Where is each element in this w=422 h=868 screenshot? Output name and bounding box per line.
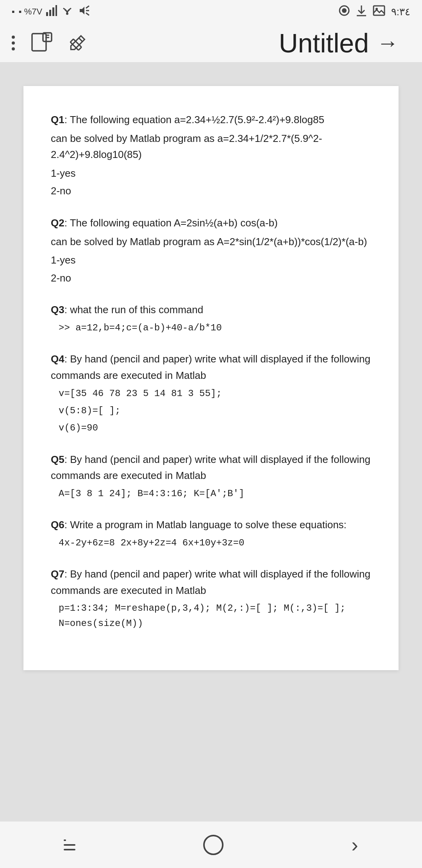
- record-icon: [338, 5, 350, 19]
- q2-label: Q2: [51, 217, 64, 229]
- q1-content: : The following equation a=2.34+½2.7(5.9…: [64, 114, 324, 126]
- q7-text: Q7: By hand (pencil and paper) write wha…: [51, 566, 371, 599]
- q2-option2: 2-no: [51, 270, 371, 287]
- bottom-nav: ›: [0, 821, 422, 868]
- new-document-button[interactable]: [30, 32, 52, 54]
- question-4-block: Q4: By hand (pencil and paper) write wha…: [51, 351, 371, 436]
- svg-rect-1: [49, 10, 51, 16]
- svg-rect-0: [46, 12, 48, 16]
- q1-subtext: can be solved by Matlab program as a=2.3…: [51, 131, 371, 163]
- q5-code: A=[3 8 1 24]; B=4:3:16; K=[A';B']: [51, 486, 371, 501]
- svg-rect-15: [32, 34, 46, 51]
- q5-label: Q5: [51, 454, 64, 465]
- question-5-block: Q5: By hand (pencil and paper) write wha…: [51, 452, 371, 502]
- three-dots-icon: [12, 36, 15, 50]
- forward-icon: ›: [351, 835, 358, 855]
- status-bar: ▪ ▪ %7V: [0, 0, 422, 23]
- q2-content: : The following equation A=2sin½(a+b) co…: [64, 217, 278, 229]
- svg-line-6: [86, 6, 89, 8]
- navigate-button[interactable]: →: [377, 30, 399, 56]
- q7-code: p=1:3:34; M=reshape(p,3,4); M(2,:)=[ ]; …: [51, 601, 371, 631]
- home-icon: [203, 835, 224, 855]
- q3-content: : what the run of this command: [64, 304, 204, 316]
- q4-code-2: v(5:8)=[ ];: [51, 404, 371, 418]
- signal-icon: [46, 5, 57, 18]
- battery-percent: ▪ %7V: [19, 7, 42, 17]
- toolbar-title-area: Untitled →: [87, 28, 399, 58]
- question-3-block: Q3: what the run of this command >> a=12…: [51, 302, 371, 335]
- toolbar: Untitled →: [0, 23, 422, 63]
- q6-content: : Write a program in Matlab language to …: [64, 519, 347, 531]
- download-icon: [356, 5, 367, 19]
- q4-code-1: v=[35 46 78 23 5 14 81 3 55];: [51, 386, 371, 401]
- edit-button[interactable]: [68, 34, 87, 52]
- q5-content: : By hand (pencil and paper) write what …: [51, 454, 370, 482]
- back-button[interactable]: [64, 839, 75, 850]
- back-icon: [64, 839, 75, 850]
- status-left: ▪ ▪ %7V: [12, 5, 90, 18]
- svg-marker-5: [80, 7, 84, 14]
- q2-subtext: can be solved by Matlab program as A=2*s…: [51, 234, 371, 250]
- status-time: ٩:٣٤: [391, 6, 410, 18]
- q1-text: Q1: The following equation a=2.34+½2.7(5…: [51, 112, 371, 128]
- main-content: Q1: The following equation a=2.34+½2.7(5…: [0, 63, 422, 821]
- svg-rect-3: [55, 5, 57, 16]
- q3-code: >> a=12,b=4;c=(a-b)+40-a/b*10: [51, 321, 371, 335]
- document-card: Q1: The following equation a=2.34+½2.7(5…: [23, 86, 399, 670]
- menu-button[interactable]: [12, 36, 15, 50]
- new-doc-icon: [30, 32, 52, 54]
- q4-label: Q4: [51, 353, 64, 365]
- q3-label: Q3: [51, 304, 64, 316]
- home-button[interactable]: [203, 835, 224, 855]
- q1-option2: 2-no: [51, 183, 371, 199]
- question-7-block: Q7: By hand (pencil and paper) write wha…: [51, 566, 371, 631]
- q2-text: Q2: The following equation A=2sin½(a+b) …: [51, 215, 371, 231]
- image-icon: [373, 5, 385, 18]
- svg-line-20: [79, 38, 82, 41]
- q1-label: Q1: [51, 114, 64, 126]
- q7-content: : By hand (pencil and paper) write what …: [51, 568, 370, 596]
- battery-icon: ▪: [12, 7, 15, 17]
- wifi-icon: [61, 6, 73, 18]
- q2-option1: 1-yes: [51, 252, 371, 269]
- volume-icon: [77, 5, 90, 18]
- q5-text: Q5: By hand (pencil and paper) write wha…: [51, 452, 371, 484]
- svg-point-4: [66, 13, 68, 15]
- q4-text: Q4: By hand (pencil and paper) write wha…: [51, 351, 371, 384]
- question-2-block: Q2: The following equation A=2sin½(a+b) …: [51, 215, 371, 286]
- q3-text: Q3: what the run of this command: [51, 302, 371, 318]
- svg-point-10: [342, 8, 347, 13]
- pencil-icon: [68, 34, 87, 52]
- svg-rect-2: [52, 7, 54, 16]
- q7-label: Q7: [51, 568, 64, 580]
- q6-label: Q6: [51, 519, 64, 531]
- q1-option1: 1-yes: [51, 165, 371, 182]
- document-title: Untitled: [279, 28, 369, 58]
- status-right: ٩:٣٤: [338, 5, 410, 19]
- arrow-right-icon: →: [377, 30, 399, 56]
- forward-button[interactable]: ›: [351, 835, 358, 855]
- q4-content: : By hand (pencil and paper) write what …: [51, 353, 370, 381]
- q6-text: Q6: Write a program in Matlab language t…: [51, 517, 371, 533]
- q6-code: 4x-2y+6z=8 2x+8y+2z=4 6x+10y+3z=0: [51, 536, 371, 551]
- toolbar-left: [12, 32, 87, 54]
- question-6-block: Q6: Write a program in Matlab language t…: [51, 517, 371, 551]
- question-1-block: Q1: The following equation a=2.34+½2.7(5…: [51, 112, 371, 199]
- svg-line-8: [86, 13, 89, 15]
- q4-code-3: v(6)=90: [51, 421, 371, 436]
